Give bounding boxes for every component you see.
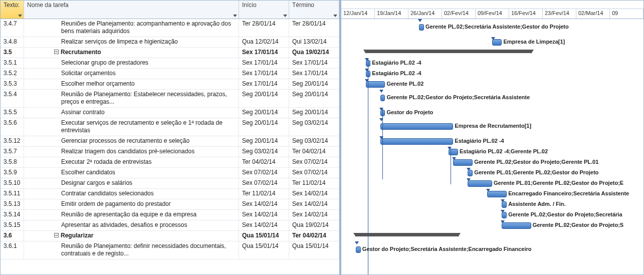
task-start: Seg 20/01/14 <box>239 136 289 146</box>
summary-bar[interactable] <box>356 233 458 236</box>
task-row[interactable]: 3.5.10Designar cargos e saláriosSex 07/0… <box>1 178 339 189</box>
column-label: Início <box>242 2 257 9</box>
column-header-name[interactable]: Nome da tarefa <box>24 1 239 19</box>
task-resource-label: Gestor do Projeto <box>386 109 433 115</box>
task-name: Realizar triagem dos candidatos pré-sele… <box>24 147 239 157</box>
task-bar[interactable]: Empresa de Recrutamento[1] <box>380 123 454 130</box>
task-start: Sex 14/02/14 <box>239 199 289 209</box>
task-row[interactable]: 3.5.9Escolher candidatosSex 07/02/14Sex … <box>1 168 339 178</box>
dependency-arrow-icon <box>379 90 383 93</box>
task-start: Seg 03/02/14 <box>239 147 289 157</box>
task-resource-label: Gestor do Projeto;Secretária Assistente;… <box>362 246 532 252</box>
timeline-week: 26/Jan/14 <box>408 9 442 19</box>
task-end: Seg 03/02/14 <box>289 118 339 136</box>
table-body[interactable]: 3.4.7Reuniões de Planejamento: acompanha… <box>1 19 339 274</box>
task-resource-label: Gerente PL.02;Gestor do Projeto;Gerente … <box>474 159 598 165</box>
task-row[interactable]: 3.4.7Reuniões de Planejamento: acompanha… <box>1 19 339 37</box>
task-end: Qui 13/02/14 <box>289 37 339 47</box>
column-header-end[interactable]: Término <box>289 1 339 19</box>
task-bar[interactable]: Gerente PL.02 <box>366 81 385 88</box>
collapse-icon[interactable] <box>54 50 59 54</box>
task-row[interactable]: 3.4.8Realizar serviços de limpeza e higi… <box>1 37 339 48</box>
task-start: Seg 20/01/14 <box>239 90 289 107</box>
collapse-icon[interactable] <box>54 233 59 237</box>
task-bar[interactable]: Gerente PL.01;Gerente PL.02;Gestor do Pr… <box>468 170 473 176</box>
task-bar[interactable]: Gerente PL.02;Secretária Assistente;Gest… <box>419 24 424 31</box>
task-resource-label: Empresa de Limpeza[1] <box>503 39 565 45</box>
task-id: 3.5.1 <box>1 58 24 68</box>
task-resource-label: Assistente Adm. / Fin. <box>508 201 566 207</box>
column-header-start[interactable]: Início <box>239 1 289 19</box>
task-id: 3.4.7 <box>1 19 24 37</box>
task-row[interactable]: 3.6RegularizarQua 15/01/14Ter 04/02/14 <box>1 231 339 241</box>
task-bar[interactable]: Gerente PL.02;Gestor do Projeto;Secretár… <box>380 95 385 101</box>
task-bar[interactable]: Gerente PL.02;Gestor do Projeto;Gerente … <box>453 159 473 166</box>
task-id: 3.5.13 <box>1 199 24 209</box>
task-end: Seg 20/01/14 <box>289 108 339 118</box>
task-id: 3.6.1 <box>1 241 24 259</box>
gantt-chart[interactable]: 12/Jan/1419/Jan/1426/Jan/1402/Fev/1409/F… <box>341 0 643 274</box>
task-row[interactable]: 3.5.2Solicitar orçamentosSex 17/01/14Sex… <box>1 69 339 79</box>
task-id: 3.5.14 <box>1 210 24 220</box>
task-resource-label: Estagiário PL.02 -4;Gerente PL.02 <box>460 148 548 154</box>
task-row[interactable]: 3.5.14Reunião de apresentação da equipe … <box>1 210 339 220</box>
task-row[interactable]: 3.5.15Apresentar as atividades, desafios… <box>1 220 339 231</box>
task-resource-label: Gerente PL.01;Gerente PL.02;Gestor do Pr… <box>474 169 598 175</box>
task-row[interactable]: 3.5.8Executar 2ª rodada de entrevistasTe… <box>1 157 339 168</box>
timeline-week: 23/Fev/14 <box>543 9 576 19</box>
dropdown-icon[interactable] <box>283 15 287 17</box>
task-row[interactable]: 3.5.5Assinar contratoSeg 20/01/14Seg 20/… <box>1 108 339 118</box>
task-resource-label: Estagiário PL.02 -4 <box>372 70 421 76</box>
task-resource-label: Gerente PL.02;Gestor do Projeto;Secretár… <box>386 94 530 100</box>
task-bar[interactable]: Estagiário PL.02 -4 <box>380 138 454 145</box>
task-bar[interactable]: Gerente PL.02;Gestor do Projeto;Secretár… <box>502 212 507 218</box>
table-header: Texto: Nome da tarefa Início Término <box>1 0 339 19</box>
task-start: Sex 07/02/14 <box>239 178 289 188</box>
summary-bar[interactable] <box>366 50 531 53</box>
task-start: Sex 17/01/14 <box>239 69 289 79</box>
task-start: Sex 17/01/14 <box>239 58 289 68</box>
task-name: Solicitar orçamentos <box>24 69 239 79</box>
dropdown-icon[interactable] <box>233 15 237 17</box>
task-row[interactable]: 3.6.1Reunião de Planejamento: definir ne… <box>1 241 339 259</box>
task-row[interactable]: 3.5.11Contratar candidatos selecionadosT… <box>1 189 339 199</box>
task-start: Ter 28/01/14 <box>239 19 289 37</box>
task-row[interactable]: 3.5.7Realizar triagem dos candidatos pré… <box>1 147 339 157</box>
task-bar[interactable]: Gerente PL.01;Gerente PL.02;Gestor do Pr… <box>468 180 492 187</box>
task-name: Designar cargos e salários <box>24 178 239 188</box>
task-id: 3.5.7 <box>1 147 24 157</box>
dropdown-icon[interactable] <box>18 15 22 17</box>
task-id: 3.5.15 <box>1 220 24 230</box>
task-end: Qua 19/02/14 <box>289 48 339 58</box>
task-bar[interactable]: Encarregado Financeiro;Secretária Assist… <box>487 191 507 197</box>
task-row[interactable]: 3.5.3Escolher melhor orçamentoSex 17/01/… <box>1 79 339 90</box>
task-bar[interactable]: Gestor do Projeto;Secretária Assistente;… <box>356 246 361 253</box>
gantt-body[interactable]: Gerente PL.02;Secretária Assistente;Gest… <box>341 19 643 274</box>
task-bar[interactable]: Estagiário PL.02 -4;Gerente PL.02 <box>449 149 458 155</box>
column-header-texto[interactable]: Texto: <box>1 1 24 19</box>
task-end: Sex 17/01/14 <box>289 69 339 79</box>
task-name: Emitir ordem de pagamento do prestador <box>24 199 239 209</box>
task-resource-label: Gerente PL.02;Secretária Assistente;Gest… <box>425 24 569 30</box>
dependency-arrow-icon <box>418 19 422 22</box>
task-row[interactable]: 3.5.4Reunião de Planejamento: Estabelece… <box>1 90 339 108</box>
task-id: 3.5.4 <box>1 90 24 107</box>
task-end: Sex 14/02/14 <box>289 199 339 209</box>
task-row[interactable]: 3.5.6Executar serviços de recrutamento e… <box>1 118 339 136</box>
task-bar[interactable]: Empresa de Limpeza[1] <box>492 39 502 46</box>
task-bar[interactable]: Assistente Adm. / Fin. <box>502 201 507 208</box>
task-start: Sex 17/01/14 <box>239 48 289 58</box>
task-resource-label: Gerente PL.02;Gestor do Projeto;S <box>533 222 624 228</box>
task-bar[interactable]: Gerente PL.02;Gestor do Projeto;S <box>502 222 531 229</box>
task-end: Ter 04/02/14 <box>289 147 339 157</box>
task-id: 3.5.3 <box>1 79 24 89</box>
task-name: Selecionar grupo de prestadores <box>24 58 239 68</box>
dropdown-icon[interactable] <box>333 15 337 17</box>
task-resource-label: Gerente PL.02;Gestor do Projeto;Secretár… <box>508 211 622 217</box>
task-row[interactable]: 3.5.13Emitir ordem de pagamento do prest… <box>1 199 339 210</box>
task-start: Qua 12/02/14 <box>239 37 289 47</box>
task-row[interactable]: 3.5.1Selecionar grupo de prestadoresSex … <box>1 58 339 69</box>
task-row[interactable]: 3.5RecrutamentoSex 17/01/14Qua 19/02/14 <box>1 48 339 58</box>
task-end: Seg 20/01/14 <box>289 90 339 107</box>
task-row[interactable]: 3.5.12Gerenciar processos de recrutament… <box>1 136 339 147</box>
